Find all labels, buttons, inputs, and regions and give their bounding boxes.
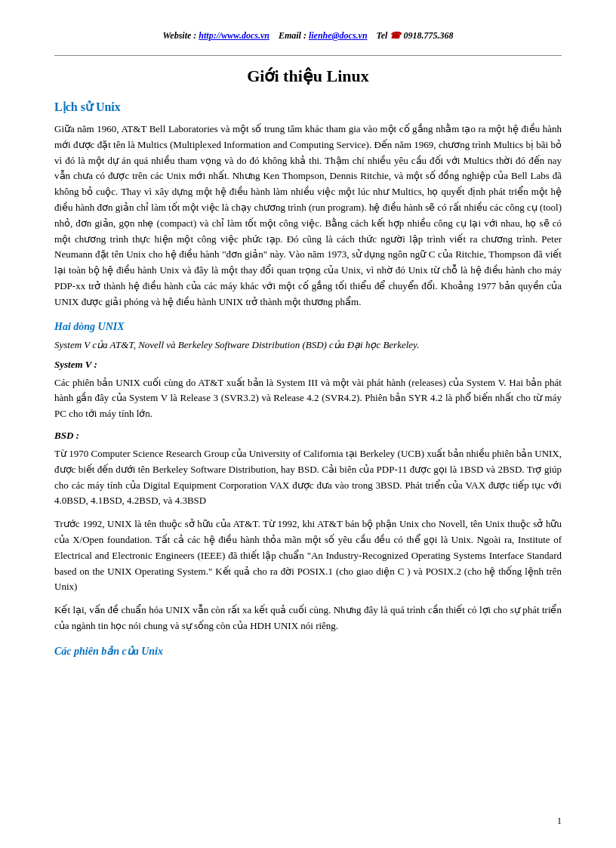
tel-label: Tel xyxy=(377,30,388,41)
page: Website : http://www.docs.vn Email : lie… xyxy=(0,0,616,848)
email-label: Email : xyxy=(279,30,306,41)
section1-title: Lịch sử Unix xyxy=(54,100,562,114)
website-url[interactable]: http://www.docs.vn xyxy=(199,30,270,41)
page-number: 1 xyxy=(557,816,562,827)
website-label: Website : xyxy=(163,30,197,41)
main-title: Giới thiệu Linux xyxy=(54,66,562,86)
systemv-label: System V : xyxy=(54,359,562,371)
section2-italic-line: System V của AT&T, Novell và Berkeley So… xyxy=(54,339,562,351)
email-url[interactable]: lienhe@docs.vn xyxy=(309,30,368,41)
section2-paragraph-2: Kết lại, vấn đề chuẩn hóa UNIX vẫn còn r… xyxy=(54,603,562,634)
tel-icon: ☎ xyxy=(390,30,401,41)
header: Website : http://www.docs.vn Email : lie… xyxy=(54,30,562,42)
header-divider xyxy=(54,55,562,56)
bsd-label: BSD : xyxy=(54,430,562,442)
bsd-text: Từ 1970 Computer Science Research Group … xyxy=(54,446,562,509)
systemv-text: Các phiên bản UNIX cuối cùng do AT&T xuấ… xyxy=(54,375,562,422)
section3-title: Các phiên bản của Unix xyxy=(54,645,562,658)
section2-paragraph-1: Trước 1992, UNIX là tên thuộc sở hữu của… xyxy=(54,517,562,595)
tel-number: 0918.775.368 xyxy=(403,30,453,41)
section1-paragraph-1: Giữa năm 1960, AT&T Bell Laboratories và… xyxy=(54,122,562,310)
section2-title: Hai dòng UNIX xyxy=(54,321,562,333)
